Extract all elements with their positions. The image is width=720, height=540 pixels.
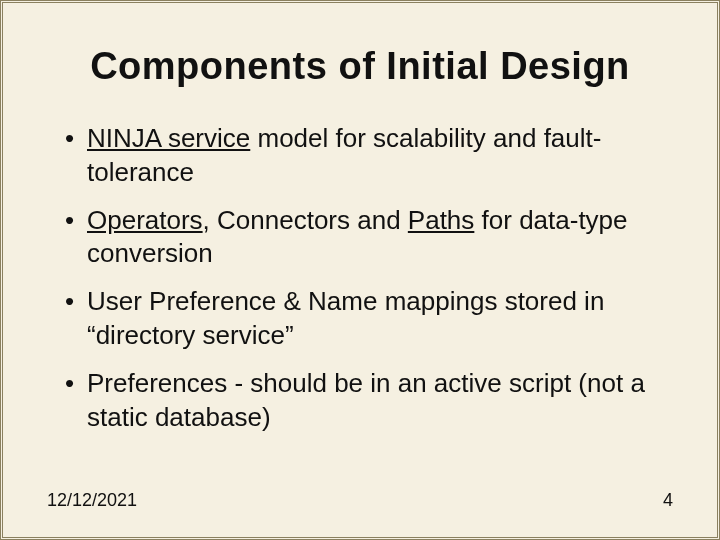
bullet-underline: Operators [87, 205, 203, 235]
bullet-text: User Preference & Name mappings stored i… [87, 286, 604, 350]
bullet-underline: NINJA service [87, 123, 250, 153]
footer-date: 12/12/2021 [47, 490, 137, 511]
bullet-text: , Connectors and [203, 205, 408, 235]
footer-page-number: 4 [663, 490, 673, 511]
slide-title: Components of Initial Design [47, 45, 673, 88]
bullet-underline: Paths [408, 205, 475, 235]
bullet-item: NINJA service model for scalability and … [65, 122, 673, 190]
bullet-text: Preferences - should be in an active scr… [87, 368, 645, 432]
bullet-list: NINJA service model for scalability and … [65, 122, 673, 434]
slide: Components of Initial Design NINJA servi… [0, 0, 720, 540]
bullet-item: User Preference & Name mappings stored i… [65, 285, 673, 353]
bullet-item: Operators, Connectors and Paths for data… [65, 204, 673, 272]
slide-footer: 12/12/2021 4 [47, 490, 673, 511]
bullet-item: Preferences - should be in an active scr… [65, 367, 673, 435]
